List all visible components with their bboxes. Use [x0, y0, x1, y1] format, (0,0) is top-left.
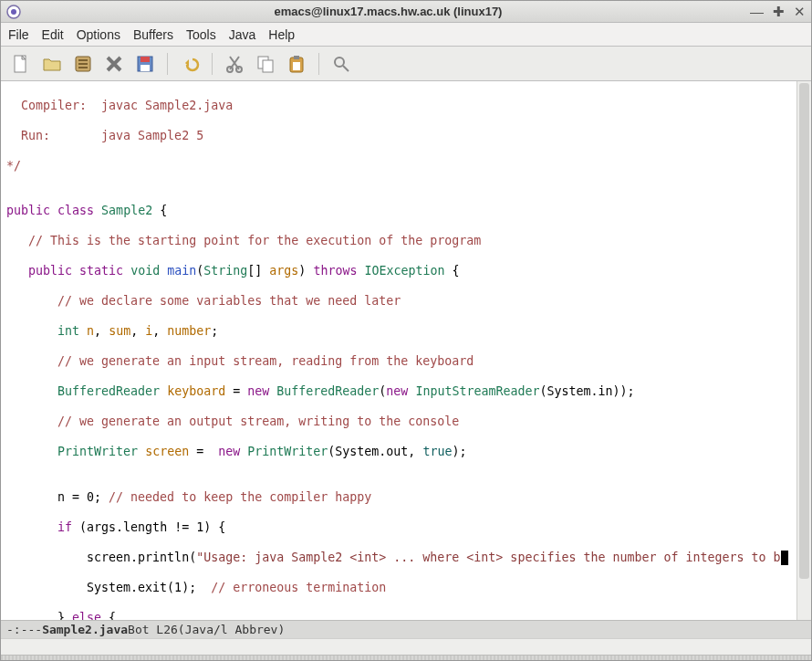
save-icon[interactable]	[134, 53, 156, 75]
menu-edit[interactable]: Edit	[42, 27, 64, 42]
maximize-button[interactable]: ✚	[773, 4, 785, 20]
copy-icon[interactable]	[255, 53, 276, 75]
window-titlebar: emacs@linux17.macs.hw.ac.uk (linux17) — …	[1, 1, 811, 23]
cut-icon[interactable]	[224, 53, 245, 75]
svg-point-1	[11, 9, 16, 15]
svg-line-20	[343, 66, 349, 71]
mode-line[interactable]: -:--- Sample2.java Bot L26 (Java/l Abbre…	[1, 620, 811, 638]
menu-buffers[interactable]: Buffers	[133, 27, 173, 42]
code-editor[interactable]: Compiler: javac Sample2.java Run: java S…	[1, 81, 796, 620]
paste-icon[interactable]	[286, 53, 307, 75]
svg-rect-10	[141, 65, 150, 71]
minimize-button[interactable]: —	[750, 4, 764, 20]
minibuffer[interactable]	[1, 638, 811, 655]
svg-rect-7	[78, 67, 88, 68]
open-folder-icon[interactable]	[41, 53, 63, 75]
menu-bar: File Edit Options Buffers Tools Java Hel…	[1, 23, 811, 47]
toolbar-separator	[212, 53, 213, 75]
toolbar-separator	[318, 53, 319, 75]
app-icon	[6, 5, 21, 19]
close-x-icon[interactable]	[103, 53, 125, 75]
svg-rect-15	[263, 60, 273, 72]
svg-rect-18	[293, 62, 300, 70]
scrollbar-thumb[interactable]	[799, 83, 809, 579]
svg-rect-9	[141, 57, 150, 62]
svg-rect-5	[78, 59, 88, 61]
menu-file[interactable]: File	[8, 27, 29, 42]
modeline-position: Bot L26	[128, 623, 178, 636]
svg-rect-6	[78, 63, 88, 65]
new-file-icon[interactable]	[10, 53, 32, 75]
menu-options[interactable]: Options	[77, 27, 120, 42]
resize-handle[interactable]	[1, 655, 811, 660]
undo-icon[interactable]	[179, 53, 201, 75]
tool-bar	[1, 47, 811, 81]
disk-icon[interactable]	[72, 53, 94, 75]
svg-point-19	[335, 58, 344, 67]
vertical-scrollbar[interactable]	[796, 81, 811, 620]
svg-rect-17	[294, 56, 299, 59]
search-icon[interactable]	[330, 53, 352, 75]
menu-help[interactable]: Help	[268, 27, 295, 42]
modeline-mode: (Java/l Abbrev)	[178, 623, 285, 636]
toolbar-separator	[167, 53, 168, 75]
modeline-status: -:---	[6, 623, 42, 636]
close-button[interactable]: ✕	[794, 4, 806, 20]
menu-tools[interactable]: Tools	[186, 27, 216, 42]
window-title: emacs@linux17.macs.hw.ac.uk (linux17)	[26, 5, 750, 18]
menu-java[interactable]: Java	[229, 27, 256, 42]
editor-area[interactable]: Compiler: javac Sample2.java Run: java S…	[1, 81, 811, 620]
modeline-buffer-name: Sample2.java	[42, 623, 128, 636]
